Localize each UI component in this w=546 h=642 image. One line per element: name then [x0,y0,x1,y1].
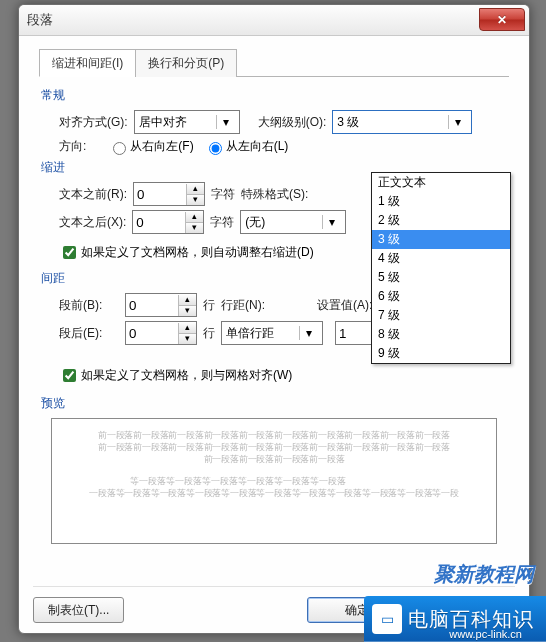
outline-option[interactable]: 6 级 [372,287,510,306]
outline-option[interactable]: 8 级 [372,325,510,344]
preview-box: 前一段落前一段落前一段落前一段落前一段落前一段落前一段落前一段落前一段落前一段落… [51,418,497,544]
special-value: (无) [245,214,265,231]
label-outline-level: 大纲级别(O): [258,114,327,131]
close-button[interactable]: ✕ [479,8,525,31]
outline-option[interactable]: 正文文本 [372,173,510,192]
spinner-buttons[interactable]: ▴▾ [186,184,204,205]
outline-dropdown[interactable]: 正文文本 1 级 2 级 3 级 4 级 5 级 6 级 7 级 8 级 9 级 [371,172,511,364]
tab-strip: 缩进和间距(I) 换行和分页(P) [39,48,509,77]
label-set-value: 设置值(A): [317,297,372,314]
outline-value: 3 级 [337,114,359,131]
outline-option[interactable]: 5 级 [372,268,510,287]
button-label: 取消 [453,602,477,619]
spinner-buttons[interactable]: ▴▾ [185,212,203,233]
unit-label: 字符 [210,214,234,231]
label-indent-before: 文本之前(R): [59,186,127,203]
ok-button[interactable]: 确定 [307,597,407,623]
label-space-after: 段后(E): [59,325,119,342]
radio-rtl-label: 从右向左(F) [130,138,193,155]
chevron-down-icon: ▾ [322,215,341,229]
checkbox-auto-adjust-indent[interactable]: 如果定义了文档网格，则自动调整右缩进(D) [59,244,314,262]
checkbox-input[interactable] [63,246,76,259]
unit-label: 行 [203,325,215,342]
space-before-input[interactable] [126,296,178,314]
spinner-buttons[interactable]: ▴▾ [178,323,196,344]
label-space-before: 段前(B): [59,297,119,314]
checkbox-snap-to-grid[interactable]: 如果定义了文档网格，则与网格对齐(W) [59,367,292,385]
chevron-down-icon: ▾ [299,326,318,340]
label-indent-after: 文本之后(X): [59,214,126,231]
tab-indent-spacing[interactable]: 缩进和间距(I) [39,49,136,77]
line-spacing-value: 单倍行距 [226,325,274,342]
dialog-footer: 制表位(T)... 确定 取消 [33,586,515,623]
outline-option[interactable]: 9 级 [372,344,510,363]
checkbox-label: 如果定义了文档网格，则与网格对齐(W) [81,367,292,384]
outline-option[interactable]: 4 级 [372,249,510,268]
preview-line: 前一段落前一段落前一段落前一段落前一段落前一段落前一段落前一段落前一段落前一段落 [70,429,478,441]
label-direction: 方向: [59,138,86,155]
tabs-button[interactable]: 制表位(T)... [33,597,124,623]
paragraph-dialog: 段落 ✕ 缩进和间距(I) 换行和分页(P) 常规 对齐方式(G): 居中对齐 … [18,4,530,634]
outline-option[interactable]: 1 级 [372,192,510,211]
section-general: 常规 [41,87,515,104]
tab-line-page-breaks[interactable]: 换行和分页(P) [135,49,237,77]
tab-label: 缩进和间距(I) [52,56,123,70]
content-area: 缩进和间距(I) 换行和分页(P) 常规 对齐方式(G): 居中对齐 ▾ 大纲级… [19,36,529,552]
section-preview: 预览 [41,395,515,412]
unit-label: 行 [203,297,215,314]
outline-option[interactable]: 7 级 [372,306,510,325]
unit-label: 字符 [211,186,235,203]
indent-before-input[interactable] [134,185,186,203]
indent-after-input[interactable] [133,213,185,231]
outline-option[interactable]: 2 级 [372,211,510,230]
checkbox-label: 如果定义了文档网格，则自动调整右缩进(D) [81,244,314,261]
close-icon: ✕ [497,13,507,27]
special-format-combobox[interactable]: (无) ▾ [240,210,346,234]
label-line-spacing: 行距(N): [221,297,265,314]
spinner-buttons[interactable]: ▴▾ [178,295,196,316]
outline-option-selected[interactable]: 3 级 [372,230,510,249]
alignment-value: 居中对齐 [139,114,187,131]
space-before-spinner[interactable]: ▴▾ [125,293,197,317]
line-spacing-combobox[interactable]: 单倍行距 ▾ [221,321,323,345]
radio-ltr[interactable]: 从左向右(L) [204,138,289,155]
indent-before-spinner[interactable]: ▴▾ [133,182,205,206]
preview-line: 前一段落前一段落前一段落前一段落 [70,453,478,465]
preview-line: 等一段落等一段落等一段落等一段落等一段落等一段落 [70,475,478,487]
chevron-down-icon: ▾ [448,115,467,129]
radio-rtl-input[interactable] [113,142,126,155]
indent-after-spinner[interactable]: ▴▾ [132,210,204,234]
space-after-input[interactable] [126,324,178,342]
preview-line: 前一段落前一段落前一段落前一段落前一段落前一段落前一段落前一段落前一段落前一段落 [70,441,478,453]
space-after-spinner[interactable]: ▴▾ [125,321,197,345]
tab-label: 换行和分页(P) [148,56,224,70]
checkbox-input[interactable] [63,369,76,382]
label-special-format: 特殊格式(S): [241,186,308,203]
alignment-combobox[interactable]: 居中对齐 ▾ [134,110,240,134]
chevron-down-icon: ▾ [216,115,235,129]
radio-ltr-label: 从左向右(L) [226,138,289,155]
window-title: 段落 [27,11,53,29]
radio-ltr-input[interactable] [209,142,222,155]
titlebar[interactable]: 段落 ✕ [19,5,529,36]
preview-line: 一段落等一段落等一段落等一段落等一段落等一段落等一段落等一段落等一段落等一段落等… [70,487,478,499]
cancel-button[interactable]: 取消 [415,597,515,623]
button-label: 制表位(T)... [48,602,109,619]
radio-rtl[interactable]: 从右向左(F) [108,138,193,155]
outline-level-combobox[interactable]: 3 级 ▾ [332,110,472,134]
button-label: 确定 [345,602,369,619]
label-alignment: 对齐方式(G): [59,114,128,131]
